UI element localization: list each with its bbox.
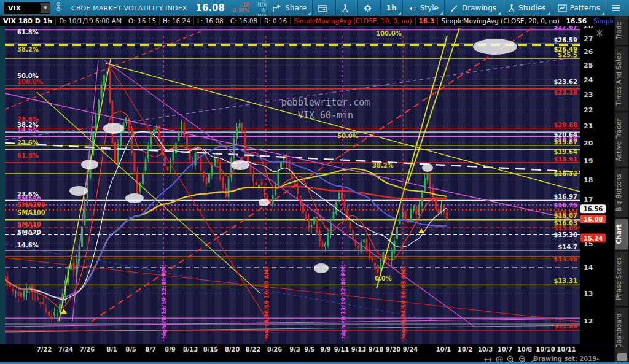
sidebar-tab-times-and-sales[interactable]: Times And Sales [615,47,628,111]
price-level-label: $14.7 [558,244,577,250]
date-tick: 8/22 [246,346,261,353]
highlight-ellipse[interactable] [125,193,144,203]
sidebar-tab-dashboard[interactable]: Dashboard [615,308,628,354]
chart-title: VIX 180 D 1h [0,17,55,25]
price-level-label: $18.32 [553,170,577,177]
fib-label-left: 14.6% [17,126,39,133]
menu-icon [612,4,620,12]
fib-label-left: SMA10 [17,221,41,228]
price-tick: 23 [584,91,593,99]
fib-label-left: 38.2% [17,46,39,53]
price-bubble-value: 16.56 [584,206,603,212]
fib-label-left: SMA200 [17,201,45,208]
symbol-value: VIX [4,4,41,12]
fib-label-left: 61.8% [17,29,39,36]
fib-label-left: 23.6% [17,139,39,146]
event-line-label: high (9/13/19 12:46 PM) [340,264,346,339]
date-tick: 7/22 [37,346,52,353]
sidebar-tab-chart[interactable]: Chart [615,219,628,249]
plot-background [5,26,580,344]
price-level-label: $23.62 [553,79,577,85]
highlight-ellipse[interactable] [259,199,270,206]
date-tick: 9/5 [304,346,315,353]
highlight-ellipse[interactable] [473,39,517,55]
sidebar-tab-active-trader[interactable]: Active Trader [615,113,628,167]
gear-icon [364,4,372,12]
trading-platform-window: { "toolbar": { "symbol": "VIX", "descrip… [0,0,629,364]
fib-label-mid: 38.2% [372,162,394,169]
fib-label-left: SMA20 [17,229,41,236]
highlight-ellipse[interactable] [81,160,98,169]
date-tick: 8/1 [106,346,117,353]
price-tick: 26 [584,48,593,56]
price-level-label: $16.07 [553,212,577,219]
date-tick: 10/2 [458,346,473,353]
price-tick: 21 [584,122,593,130]
menu-button[interactable] [606,0,629,16]
link-icon[interactable] [55,2,61,14]
sidebar-tab-trade[interactable]: Trade [615,16,628,45]
fib-label-mid: 50.0% [337,133,359,139]
event-line-label: high (8/14/19 12:46 PM) [161,264,167,339]
price-level-label: $20.88 [553,122,577,128]
date-axis: 7/227/247/268/18/58/78/98/138/158/208/22… [0,344,614,355]
chart-canvas[interactable]: pebblewriter.comVIX 60-minhigh (8/14/19 … [0,26,614,344]
study-value: 16.56 [563,17,590,25]
sidebar-scroll-thumb[interactable] [617,353,627,361]
fib-label-left: 100.0% [17,79,43,85]
price-level-label: $13.31 [553,277,577,284]
share-button[interactable]: Share◢ [267,0,312,16]
date-tick: 10/8 [517,346,533,353]
highlight-ellipse[interactable] [69,186,88,196]
date-tick: 9/18 [369,346,384,353]
price-level-label: $15.69 [553,225,577,231]
style-button[interactable]: Style◢ [403,0,444,16]
price-level-label: $11.69 [553,323,577,330]
price-tick: 19 [584,157,593,165]
date-tick: 10/10 [536,346,555,353]
highlight-ellipse[interactable] [314,263,329,273]
study-label[interactable]: SimpleMovingAvg (CLOSE, 10, 0, no) [290,17,415,25]
calendar-button[interactable] [313,0,335,16]
date-tick: 9/11 [334,346,350,353]
drawings-button[interactable]: Drawings◢ [445,0,502,16]
ohlc-field: R: 0.16 [260,17,290,25]
price-level-label: $16.75 [553,202,577,209]
date-tick: 9/13 [351,346,367,353]
price-tick: 22 [584,106,593,114]
symbol-description: CBOE MARKET VOLATILITY INDEX [71,4,187,12]
settings-button[interactable] [358,0,380,16]
share-icon [273,4,282,12]
price-level-label: $26.59 [553,37,577,44]
symbol-dropdown[interactable]: VIX ▼ [4,2,50,14]
date-tick: 8/26 [267,346,283,353]
ohlc-field: D: 10/1/19 6:00 AM [55,17,125,25]
timeframe-button[interactable]: 1h◢ [381,0,402,16]
patterns-button[interactable]: Patterns◢ [552,0,606,16]
highlight-ellipse[interactable] [231,160,249,170]
date-tick: 7/26 [80,346,95,353]
watermark-line1: pebblewriter.com [281,97,370,108]
date-tick: 8/13 [183,346,198,353]
price-level-label: $25.5 [558,52,577,58]
studies-button[interactable]: Studies◢ [502,0,552,16]
sidebar-tab-phase-scores[interactable]: Phase Scores [615,252,628,306]
price-bubble-value: 16.08 [584,216,603,223]
price-level-label: $23.38 [553,89,577,96]
price-chart[interactable]: pebblewriter.comVIX 60-minhigh (8/14/19 … [0,26,614,344]
watermark-line2: VIX 60-min [298,110,353,121]
fib-label-left: 14.6% [17,242,39,249]
price-tick: 28 [584,26,593,30]
highlight-ellipse[interactable] [103,123,124,134]
date-tick: 8/20 [225,346,240,353]
price-tick: 27 [584,35,593,43]
event-line-label: low (8/30/19 10:00 AM) [264,266,270,339]
symbol-dropdown-caret-icon[interactable]: ▼ [41,3,50,13]
highlight-ellipse[interactable] [422,163,433,172]
analysis-tools-button[interactable] [336,0,357,16]
study-label[interactable]: SimpleMovingAvg (CLOSE, 20, 0, no) [437,17,562,25]
date-tick: 9/3 [289,346,300,353]
price-tick: 12 [584,317,593,325]
date-tick: 7/24 [58,346,74,353]
sidebar-tab-big-buttons[interactable]: Big Buttons [615,168,628,217]
